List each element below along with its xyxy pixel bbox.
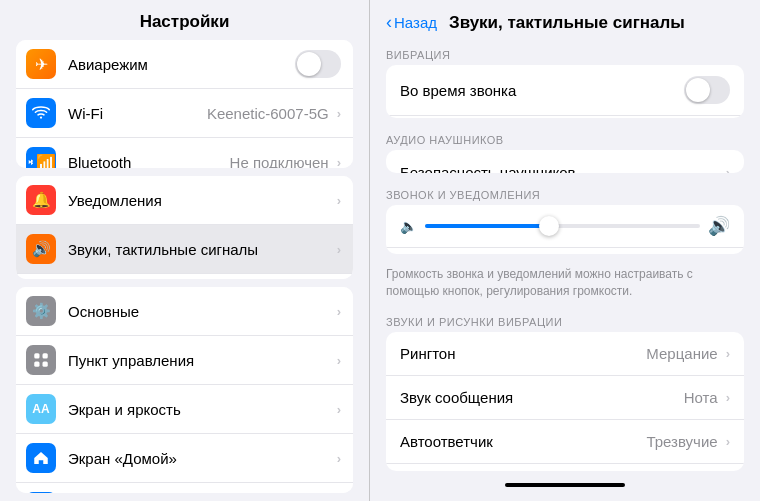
home-indicator <box>505 483 625 487</box>
voicemail-label: Автоответчик <box>400 433 493 450</box>
svg-point-0 <box>40 116 42 118</box>
home-icon <box>26 443 56 473</box>
ring-vibration-toggle[interactable] <box>684 76 730 104</box>
controlcenter-icon <box>26 345 56 375</box>
bluetooth-value: Не подключен <box>230 154 329 169</box>
bluetooth-label: Bluetooth <box>68 154 131 169</box>
vibration-header: ВИБРАЦИЯ <box>370 41 760 65</box>
headphone-safety-label: Безопасность наушников <box>400 164 576 174</box>
accessibility-icon: ♿ <box>26 492 56 493</box>
display-label: Экран и яркость <box>68 401 181 418</box>
display-item[interactable]: AA Экран и яркость › <box>16 385 353 434</box>
headphone-header: АУДИО НАУШНИКОВ <box>370 126 760 150</box>
wifi-icon <box>26 98 56 128</box>
general-item[interactable]: ⚙️ Основные › <box>16 287 353 336</box>
slider-fill <box>425 224 549 228</box>
svg-rect-9 <box>43 362 48 367</box>
sounds-haptics-group: Рингтон Мерцание › Звук сообщения Нота ›… <box>386 332 744 471</box>
headphone-safety-item[interactable]: Безопасность наушников › <box>386 150 744 173</box>
back-label: Назад <box>394 14 437 31</box>
ringtone-section-header: ЗВОНОК И УВЕДОМЛЕНИЯ <box>370 181 760 205</box>
volume-row: 🔈 🔊 <box>386 205 744 247</box>
settings-title: Настройки <box>0 0 369 40</box>
display-icon: AA <box>26 394 56 424</box>
svg-rect-7 <box>43 353 48 358</box>
message-sound-label: Звук сообщения <box>400 389 513 406</box>
vibration-group: Во время звонка В бесшумном режиме <box>386 65 744 118</box>
ringtone-value: Мерцание <box>646 345 717 362</box>
voicemail-item[interactable]: Автоответчик Трезвучие › <box>386 420 744 464</box>
back-chevron-icon: ‹ <box>386 12 392 33</box>
headphone-chevron: › <box>726 165 730 174</box>
message-sound-value: Нота <box>684 389 718 406</box>
focus-item[interactable]: 🌙 Фокусирование › <box>16 274 353 279</box>
wifi-value: Keenetic-6007-5G <box>207 105 329 122</box>
controlcenter-label: Пункт управления <box>68 352 194 369</box>
airplane-icon: ✈ <box>26 49 56 79</box>
silent-vibration-item[interactable]: В бесшумном режиме <box>386 116 744 118</box>
calendar-item[interactable]: Уведомления в календарях Аккорд › <box>386 464 744 471</box>
accessibility-item[interactable]: ♿ Универсальный доступ › <box>16 483 353 493</box>
volume-slider[interactable] <box>425 224 700 228</box>
message-sound-item[interactable]: Звук сообщения Нота › <box>386 376 744 420</box>
svg-rect-6 <box>34 353 39 358</box>
sounds-icon: 🔊 <box>26 234 56 264</box>
notifications-icon: 🔔 <box>26 185 56 215</box>
controlcenter-item[interactable]: Пункт управления › <box>16 336 353 385</box>
headphone-group: Безопасность наушников › <box>386 150 744 173</box>
sounds-label: Звуки, тактильные сигналы <box>68 241 258 258</box>
back-button[interactable]: ‹ Назад <box>386 12 437 33</box>
wifi-label: Wi-Fi <box>68 105 103 122</box>
left-panel: Настройки ✈ Авиарежим <box>0 0 370 501</box>
connectivity-group: ✈ Авиарежим Wi-Fi Keenetic-6007-5G <box>16 40 353 168</box>
ring-vibration-item[interactable]: Во время звонка <box>386 65 744 116</box>
notifications-label: Уведомления <box>68 192 162 209</box>
system-group: ⚙️ Основные › Пункт управления › <box>16 287 353 493</box>
bluetooth-chevron: › <box>337 155 341 169</box>
ring-vibration-label: Во время звонка <box>400 82 516 99</box>
sounds-haptics-header: ЗВУКИ И РИСУНКИ ВИБРАЦИИ <box>370 308 760 332</box>
notifications-item[interactable]: 🔔 Уведомления › <box>16 176 353 225</box>
right-panel: ‹ Назад Звуки, тактильные сигналы ВИБРАЦ… <box>370 0 760 501</box>
airplane-item[interactable]: ✈ Авиарежим <box>16 40 353 89</box>
bluetooth-item[interactable]: 📶 Bluetooth Не подключен › <box>16 138 353 168</box>
notifications-group: 🔔 Уведомления › 🔊 Звуки, тактильные сигн… <box>16 176 353 279</box>
right-title: Звуки, тактильные сигналы <box>449 13 685 33</box>
ringtone-alerts-group: 🔈 🔊 Изменение кнопками <box>386 205 744 254</box>
svg-rect-8 <box>34 362 39 367</box>
general-icon: ⚙️ <box>26 296 56 326</box>
voicemail-value: Трезвучие <box>646 433 717 450</box>
wifi-item[interactable]: Wi-Fi Keenetic-6007-5G › <box>16 89 353 138</box>
volume-note: Громкость звонка и уведомлений можно нас… <box>370 262 760 308</box>
home-item[interactable]: Экран «Домой» › <box>16 434 353 483</box>
wifi-chevron: › <box>337 106 341 121</box>
slider-thumb[interactable] <box>539 216 559 236</box>
general-label: Основные <box>68 303 139 320</box>
airplane-toggle[interactable] <box>295 50 341 78</box>
ringtone-item[interactable]: Рингтон Мерцание › <box>386 332 744 376</box>
volume-high-icon: 🔊 <box>708 215 730 237</box>
sounds-item[interactable]: 🔊 Звуки, тактильные сигналы › <box>16 225 353 274</box>
right-header: ‹ Назад Звуки, тактильные сигналы <box>370 0 760 41</box>
volume-low-icon: 🔈 <box>400 218 417 234</box>
ringtone-label: Рингтон <box>400 345 455 362</box>
airplane-label: Авиарежим <box>68 56 148 73</box>
bluetooth-icon: 📶 <box>26 147 56 168</box>
home-label: Экран «Домой» <box>68 450 177 467</box>
volume-buttons-item[interactable]: Изменение кнопками <box>386 247 744 254</box>
